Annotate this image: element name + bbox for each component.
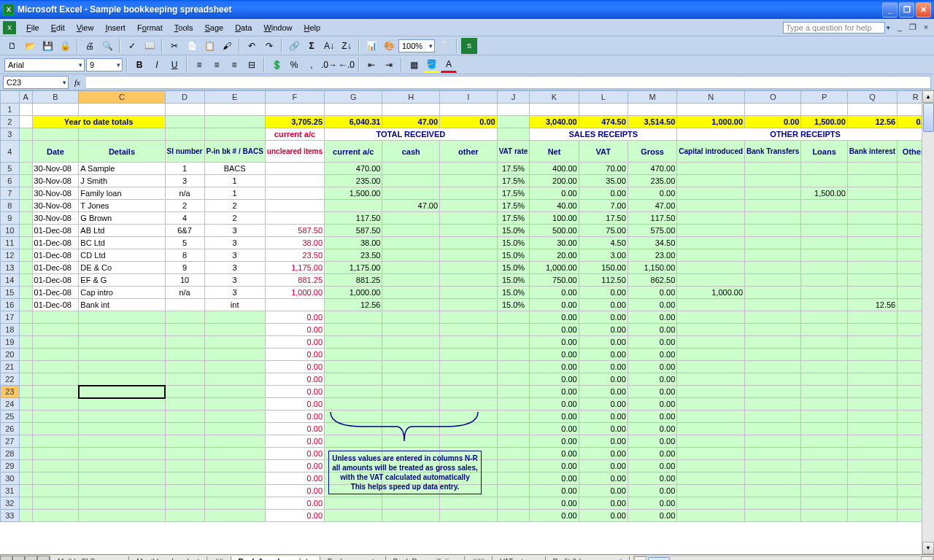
cell[interactable]: 881.25: [325, 274, 382, 287]
cell[interactable]: [677, 262, 745, 274]
cell[interactable]: 0.00: [579, 423, 628, 435]
cell[interactable]: [440, 104, 498, 116]
cell[interactable]: 474.50: [579, 116, 628, 128]
cell[interactable]: 10: [165, 274, 204, 287]
cell[interactable]: 750.00: [530, 274, 579, 287]
cell[interactable]: A Sample: [79, 163, 165, 175]
cell[interactable]: [440, 249, 498, 262]
cell[interactable]: [497, 485, 530, 497]
cell[interactable]: [801, 423, 848, 435]
help-button[interactable]: ❔: [436, 38, 452, 54]
cell[interactable]: [801, 324, 848, 336]
row-header-15[interactable]: 15: [1, 287, 20, 299]
cell[interactable]: [382, 163, 440, 175]
row-header-28[interactable]: 28: [1, 448, 20, 460]
menu-data[interactable]: Data: [229, 21, 258, 34]
cell[interactable]: [497, 435, 530, 448]
cell[interactable]: [745, 336, 801, 349]
permission-button[interactable]: 🔒: [57, 38, 73, 54]
row-header-2[interactable]: 2: [1, 116, 20, 128]
cell[interactable]: [677, 336, 745, 349]
row-header-16[interactable]: 16: [1, 299, 20, 311]
row-header-18[interactable]: 18: [1, 324, 20, 336]
cell[interactable]: 1,000.00: [677, 116, 745, 128]
cell[interactable]: 01-Dec-08: [32, 299, 79, 311]
cell[interactable]: [440, 349, 498, 361]
cell[interactable]: [382, 237, 440, 249]
cell[interactable]: [165, 423, 204, 435]
col-header-L[interactable]: L: [579, 91, 628, 104]
cell[interactable]: 17.50: [579, 212, 628, 225]
window-close-button[interactable]: ✕: [916, 2, 931, 18]
cell[interactable]: [677, 472, 745, 485]
cell[interactable]: [79, 411, 165, 423]
cell[interactable]: [165, 448, 204, 460]
cell[interactable]: 75.00: [579, 225, 628, 237]
cell[interactable]: [32, 386, 79, 398]
tab-nav-prev[interactable]: ◀: [12, 556, 25, 560]
row-header-29[interactable]: 29: [1, 460, 20, 472]
spelling-button[interactable]: ✓: [124, 38, 140, 54]
cell[interactable]: [745, 104, 801, 116]
print-button[interactable]: 🖨: [82, 38, 98, 54]
zoom-combo[interactable]: 100%: [398, 39, 435, 52]
cell[interactable]: [745, 448, 801, 460]
cell[interactable]: [745, 349, 801, 361]
cell[interactable]: J Smith: [79, 175, 165, 187]
cell[interactable]: 0.00: [265, 336, 324, 349]
redo-button[interactable]: ↷: [261, 38, 277, 54]
menu-insert[interactable]: Insert: [99, 21, 131, 34]
merge-center-button[interactable]: ⊟: [244, 57, 260, 73]
cell[interactable]: [204, 460, 265, 472]
cell[interactable]: [745, 398, 801, 411]
cell[interactable]: 3: [204, 274, 265, 287]
cell[interactable]: [204, 497, 265, 510]
cell[interactable]: [165, 104, 204, 116]
sheet-tab-6[interactable]: ###: [464, 556, 493, 561]
cell[interactable]: [165, 485, 204, 497]
cell[interactable]: [325, 386, 382, 398]
cell[interactable]: 4: [165, 212, 204, 225]
cell[interactable]: [79, 497, 165, 510]
cell[interactable]: 0.00: [628, 287, 676, 299]
cell[interactable]: 47.00: [382, 116, 440, 128]
cell[interactable]: [497, 472, 530, 485]
autosum-button[interactable]: Σ: [304, 38, 320, 54]
cell[interactable]: [165, 435, 204, 448]
cell[interactable]: DE & Co: [79, 262, 165, 274]
cell[interactable]: 70.00: [579, 163, 628, 175]
cell[interactable]: [79, 448, 165, 460]
cell[interactable]: 3: [204, 249, 265, 262]
cell[interactable]: [847, 225, 897, 237]
tab-nav-first[interactable]: ⏮: [0, 556, 12, 560]
cell[interactable]: [382, 411, 440, 423]
cell[interactable]: 0.00: [265, 373, 324, 386]
cell[interactable]: [847, 262, 897, 274]
cell[interactable]: 0.00: [628, 311, 676, 324]
cell[interactable]: [497, 361, 530, 373]
cell[interactable]: [497, 497, 530, 510]
cell[interactable]: 500.00: [530, 225, 579, 237]
cell[interactable]: [32, 448, 79, 460]
cell[interactable]: [382, 225, 440, 237]
cell[interactable]: [497, 349, 530, 361]
cell[interactable]: [440, 175, 498, 187]
cell[interactable]: 0.00: [530, 398, 579, 411]
decrease-indent-button[interactable]: ⇤: [363, 57, 379, 73]
cell[interactable]: 112.50: [579, 274, 628, 287]
cell[interactable]: [32, 472, 79, 485]
cell[interactable]: 0.00: [628, 324, 676, 336]
cell[interactable]: 0.00: [745, 116, 801, 128]
cell[interactable]: 150.00: [579, 262, 628, 274]
cell[interactable]: 0.00: [579, 435, 628, 448]
scroll-up-button[interactable]: ▲: [922, 90, 934, 103]
cell[interactable]: 6,040.31: [325, 116, 382, 128]
cell[interactable]: 470.00: [628, 163, 676, 175]
cell[interactable]: 0.00: [579, 398, 628, 411]
cell[interactable]: [497, 423, 530, 435]
cell[interactable]: [847, 200, 897, 212]
cell[interactable]: [677, 274, 745, 287]
cell[interactable]: [801, 299, 848, 311]
paste-button[interactable]: 📋: [201, 38, 217, 54]
cell[interactable]: [165, 460, 204, 472]
